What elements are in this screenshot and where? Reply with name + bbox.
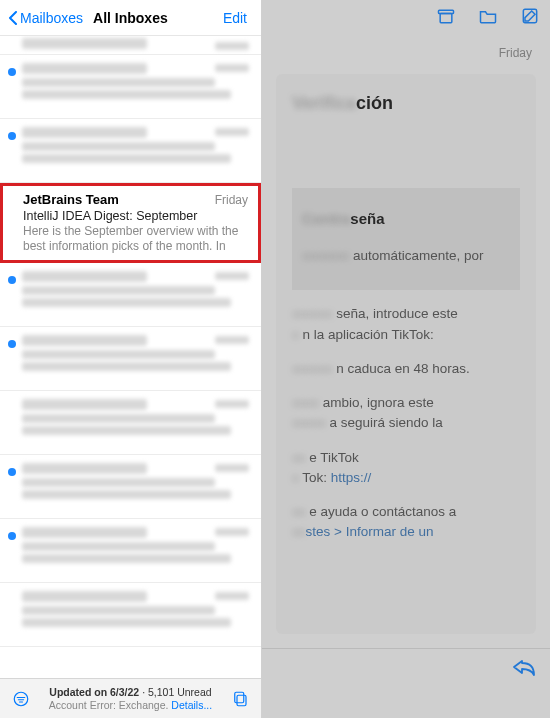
account-error-label: Account Error: Exchange. bbox=[49, 699, 169, 711]
mail-detail-pane: Friday Verificación Contraseña xxxxxxx a… bbox=[262, 0, 550, 718]
message-subject: Life on Amazon bbox=[22, 286, 215, 295]
detail-para-1: xxxxxxx automáticamente, por bbox=[302, 246, 510, 266]
back-to-mailboxes[interactable]: Mailboxes bbox=[8, 10, 83, 26]
list-title: All Inboxes bbox=[93, 10, 168, 26]
back-label: Mailboxes bbox=[20, 10, 83, 26]
message-preview: Someone sent you a message. bbox=[22, 154, 231, 163]
message-subject: New direct message bbox=[22, 142, 215, 151]
message-date: Friday bbox=[215, 193, 248, 207]
message-subject: Someone tagged you on Facebook bbox=[22, 78, 215, 87]
unread-dot-icon bbox=[8, 468, 16, 476]
message-date bbox=[215, 42, 249, 50]
message-preview: Top posts from your network. bbox=[22, 618, 231, 627]
list-navbar: Mailboxes All Inboxes Edit bbox=[0, 0, 261, 36]
detail-body[interactable]: Verificación Contraseña xxxxxxx automáti… bbox=[276, 74, 536, 634]
detail-para-4: xxxx ambio, ignora estexxxxx a seguirá s… bbox=[292, 393, 520, 434]
detail-navbar bbox=[262, 0, 550, 36]
message-subject: 5 new jobs for 'Producer, Writer' bbox=[22, 414, 215, 423]
detail-link[interactable]: https:// bbox=[331, 470, 372, 485]
message-sender: Twitter bbox=[22, 591, 147, 602]
message-sender: Pocket bbox=[22, 271, 147, 282]
detail-help: xx e ayuda o contáctanos axxstes > Infor… bbox=[292, 502, 520, 543]
archive-icon[interactable] bbox=[436, 6, 456, 30]
detail-signature: xx e TikTokx Tok: https:// bbox=[292, 448, 520, 489]
chevron-left-icon bbox=[8, 11, 18, 25]
message-item[interactable]: LinkedIn Job AlertsThursday5 new jobs fo… bbox=[0, 391, 261, 455]
message-item[interactable]: Southwest bbox=[0, 36, 261, 55]
mail-list-pane: Mailboxes All Inboxes Edit SouthwestFace… bbox=[0, 0, 262, 718]
message-preview: See what you missed from people you foll… bbox=[22, 362, 231, 371]
reply-icon[interactable] bbox=[512, 657, 536, 681]
svg-point-0 bbox=[14, 692, 28, 706]
svg-rect-4 bbox=[440, 14, 452, 23]
message-item[interactable]: TwitterFridayYour timeline recapSee what… bbox=[0, 327, 261, 391]
message-sender: Twitter bbox=[22, 335, 147, 346]
detail-footer bbox=[262, 648, 550, 688]
footer-status: Updated on 6/3/22 · 5,101 Unread Account… bbox=[34, 686, 227, 711]
message-subject: Your timeline recap bbox=[22, 350, 215, 359]
unread-dot-icon bbox=[8, 532, 16, 540]
message-date: Friday bbox=[215, 64, 249, 72]
message-date: Thursday bbox=[215, 528, 249, 536]
detail-section-heading: Contraseña bbox=[302, 206, 385, 233]
error-details-link[interactable]: Details... bbox=[171, 699, 212, 711]
message-date: Thursday bbox=[215, 400, 249, 408]
unread-dot-icon bbox=[8, 132, 16, 140]
message-item[interactable]: PocketFridayLife on AmazonThe week's bes… bbox=[0, 263, 261, 327]
detail-para-3: xxxxxx n caduca en 48 horas. bbox=[292, 359, 520, 379]
unread-dot-icon bbox=[8, 340, 16, 348]
message-item[interactable]: Samsung ElectronicsThursdaySpecial offer… bbox=[0, 519, 261, 583]
detail-heading: Verificación bbox=[292, 90, 520, 117]
message-item[interactable]: TwitterFridayNew direct messageSomeone s… bbox=[0, 119, 261, 183]
list-footer: Updated on 6/3/22 · 5,101 Unread Account… bbox=[0, 678, 261, 718]
message-item[interactable]: LinkedIn Job AlertsThursdayNew jobs in U… bbox=[0, 455, 261, 519]
message-preview: Here is the September overview with the … bbox=[23, 224, 248, 254]
message-sender: Samsung Electronics bbox=[22, 527, 147, 538]
message-list[interactable]: SouthwestFacebook mentionsFridaySomeone … bbox=[0, 36, 261, 678]
message-sender: JetBrains Team bbox=[23, 192, 119, 207]
message-sender: LinkedIn Job Alerts bbox=[22, 399, 147, 410]
svg-rect-1 bbox=[235, 692, 244, 703]
unread-dot-icon bbox=[8, 68, 16, 76]
message-preview: You have new activity waiting. bbox=[22, 90, 231, 99]
message-subject: New jobs in United Kingdom bbox=[22, 478, 215, 487]
detail-date: Friday bbox=[262, 36, 550, 60]
message-item-highlighted[interactable]: JetBrains TeamFridayIntelliJ IDEA Digest… bbox=[0, 183, 261, 263]
message-preview: Based on your profile and search history… bbox=[22, 426, 231, 435]
message-item[interactable]: Facebook mentionsFridaySomeone tagged yo… bbox=[0, 55, 261, 119]
compose-icon[interactable] bbox=[520, 6, 540, 30]
message-preview: The week's best reads. bbox=[22, 298, 231, 307]
message-date: Friday bbox=[215, 272, 249, 280]
message-sender: Facebook mentions bbox=[22, 63, 147, 74]
message-date: Friday bbox=[215, 336, 249, 344]
message-item[interactable]: TwitterThursdayYour highlightsTop posts … bbox=[0, 583, 261, 647]
unread-dot-icon bbox=[8, 276, 16, 284]
message-date: Friday bbox=[215, 128, 249, 136]
detail-help-link[interactable]: xxstes > Informar de un bbox=[292, 524, 433, 539]
message-sender: Twitter bbox=[22, 127, 147, 138]
message-subject: Your highlights bbox=[22, 606, 215, 615]
message-date: Thursday bbox=[215, 592, 249, 600]
message-preview: Apply now to roles matching your alerts. bbox=[22, 490, 231, 499]
folder-icon[interactable] bbox=[478, 6, 498, 30]
message-subject: IntelliJ IDEA Digest: September bbox=[23, 209, 248, 223]
updated-text: Updated on 6/3/22 bbox=[49, 686, 139, 698]
filter-icon[interactable] bbox=[8, 690, 34, 708]
compose-copy-icon[interactable] bbox=[227, 690, 253, 708]
detail-para-2: xxxxxx seña, introduce estex n la aplica… bbox=[292, 304, 520, 345]
svg-rect-2 bbox=[237, 695, 246, 706]
unread-count: 5,101 Unread bbox=[148, 686, 212, 698]
message-subject: Special offer just for you bbox=[22, 542, 215, 551]
message-sender: Southwest bbox=[22, 38, 147, 49]
message-sender: LinkedIn Job Alerts bbox=[22, 463, 147, 474]
message-preview: Save on Galaxy devices this week. bbox=[22, 554, 231, 563]
edit-button[interactable]: Edit bbox=[223, 10, 253, 26]
message-date: Thursday bbox=[215, 464, 249, 472]
